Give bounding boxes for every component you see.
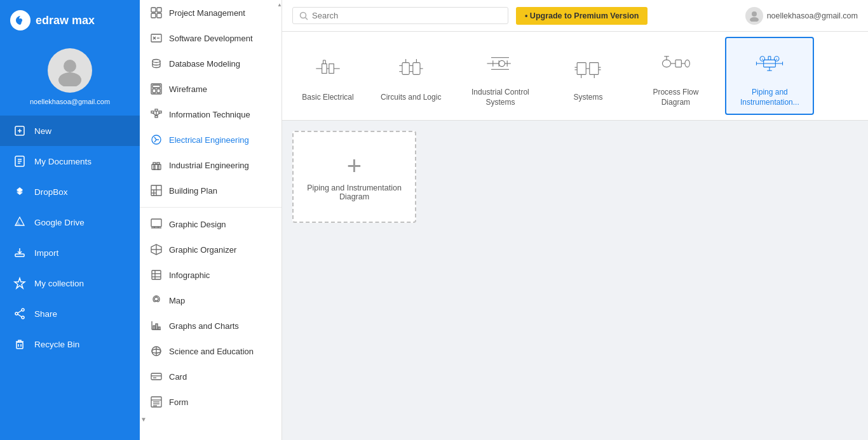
svg-point-20 bbox=[22, 316, 24, 319]
nav-label-my-documents: My Documents bbox=[34, 157, 92, 166]
nav-label-new: New bbox=[34, 126, 51, 136]
svg-rect-74 bbox=[158, 327, 160, 330]
building-plan-icon bbox=[150, 184, 163, 197]
scroll-arrow-down[interactable]: ▼ bbox=[140, 415, 147, 423]
menu-item-graphic-organizer[interactable]: Graphic Organizer bbox=[140, 237, 281, 262]
category-piping-instrumentation[interactable]: Piping and Instrumentation... bbox=[725, 37, 814, 115]
svg-rect-41 bbox=[159, 111, 161, 113]
search-input[interactable] bbox=[312, 11, 501, 20]
logo-icon bbox=[10, 10, 31, 30]
left-sidebar: edraw max noellekhasoa@gmail.com New bbox=[0, 0, 140, 440]
svg-rect-23 bbox=[17, 342, 23, 349]
industrial-engineering-icon bbox=[150, 159, 163, 171]
menu-item-industrial-engineering[interactable]: Industrial Engineering bbox=[140, 152, 281, 178]
svg-rect-73 bbox=[156, 324, 158, 330]
graphic-organizer-icon bbox=[150, 243, 163, 256]
information-technique-icon bbox=[150, 108, 163, 121]
basic-electrical-icon bbox=[309, 50, 347, 88]
middle-panel: ▲ Project Management bbox=[140, 0, 282, 440]
menu-section-2: Graphic Design Graphic Organizer bbox=[140, 211, 281, 415]
svg-rect-116 bbox=[578, 62, 587, 74]
menu-item-software-development[interactable]: Software Development bbox=[140, 25, 281, 51]
menu-section-1: Project Management Software Development bbox=[140, 0, 281, 203]
nav-items: New My Documents DropBox bbox=[0, 116, 140, 359]
svg-point-18 bbox=[22, 309, 24, 311]
user-avatar-small bbox=[745, 7, 763, 25]
diagram-card-label: Piping and Instrumentation Diagram bbox=[301, 183, 407, 201]
category-basic-electrical[interactable]: Basic Electrical bbox=[290, 37, 366, 115]
menu-item-graphic-design[interactable]: Graphic Design bbox=[140, 211, 281, 237]
systems-icon bbox=[569, 50, 607, 88]
svg-point-86 bbox=[301, 12, 306, 18]
svg-rect-15 bbox=[15, 254, 24, 257]
menu-item-card[interactable]: Card bbox=[140, 364, 281, 389]
nav-item-import[interactable]: Import bbox=[0, 237, 140, 268]
category-industrial-control[interactable]: Industrial Control Systems bbox=[456, 37, 545, 115]
category-piping-instrumentation-label: Piping and Instrumentation... bbox=[735, 88, 804, 107]
search-box[interactable] bbox=[292, 7, 508, 24]
menu-item-map[interactable]: Map bbox=[140, 288, 281, 313]
nav-item-share[interactable]: Share bbox=[0, 298, 140, 329]
menu-item-form[interactable]: Form bbox=[140, 389, 281, 415]
svg-rect-91 bbox=[322, 63, 327, 73]
sidebar-user-email: noellekhasoa@gmail.com bbox=[25, 98, 115, 105]
svg-point-88 bbox=[752, 11, 757, 17]
svg-rect-37 bbox=[153, 89, 156, 93]
category-process-flow[interactable]: Process Flow Diagram bbox=[631, 37, 720, 115]
svg-rect-49 bbox=[153, 163, 156, 164]
menu-item-database-modeling[interactable]: Database Modeling bbox=[140, 51, 281, 76]
menu-item-science-education[interactable]: Science and Education bbox=[140, 338, 281, 364]
nav-label-import: Import bbox=[34, 248, 58, 258]
category-systems[interactable]: Systems bbox=[550, 37, 626, 115]
top-bar: Upgrade to Premium Version noellekhasoa@… bbox=[282, 0, 868, 32]
svg-point-0 bbox=[18, 18, 22, 22]
svg-point-19 bbox=[15, 312, 18, 315]
svg-rect-48 bbox=[152, 164, 161, 170]
circuits-logic-icon bbox=[392, 50, 430, 88]
menu-item-electrical-engineering[interactable]: Electrical Engineering bbox=[140, 127, 281, 152]
svg-point-110 bbox=[499, 60, 505, 66]
svg-rect-117 bbox=[590, 62, 599, 74]
upgrade-button[interactable]: Upgrade to Premium Version bbox=[516, 7, 648, 25]
svg-marker-12 bbox=[17, 192, 23, 195]
category-basic-electrical-label: Basic Electrical bbox=[302, 93, 353, 103]
menu-item-building-plan[interactable]: Building Plan bbox=[140, 178, 281, 203]
svg-rect-51 bbox=[154, 166, 155, 170]
nav-item-google-drive[interactable]: Google Drive bbox=[0, 207, 140, 237]
new-diagram-card[interactable]: + Piping and Instrumentation Diagram bbox=[292, 131, 416, 223]
svg-rect-42 bbox=[155, 116, 158, 117]
menu-item-project-management[interactable]: Project Management bbox=[140, 0, 281, 25]
menu-item-wireframe[interactable]: Wireframe bbox=[140, 76, 281, 102]
nav-item-dropbox[interactable]: DropBox bbox=[0, 177, 140, 207]
svg-point-69 bbox=[154, 297, 158, 301]
new-icon bbox=[13, 124, 27, 138]
main-content: Upgrade to Premium Version noellekhasoa@… bbox=[282, 0, 868, 440]
nav-label-my-collection: My collection bbox=[34, 279, 84, 288]
content-area: Basic Electrical bbox=[282, 32, 868, 440]
menu-item-infographic[interactable]: Infographic bbox=[140, 262, 281, 288]
user-area: noellekhasoa@gmail.com bbox=[745, 7, 858, 25]
svg-rect-78 bbox=[151, 373, 161, 380]
svg-rect-30 bbox=[151, 34, 161, 42]
category-circuits-logic[interactable]: Circuits and Logic bbox=[371, 37, 451, 115]
my-documents-icon bbox=[13, 154, 27, 168]
piping-instrumentation-icon bbox=[750, 44, 789, 83]
svg-line-22 bbox=[18, 314, 22, 317]
nav-item-my-documents[interactable]: My Documents bbox=[0, 146, 140, 177]
menu-item-information-technique[interactable]: Information Technique bbox=[140, 102, 281, 127]
svg-line-44 bbox=[156, 113, 160, 116]
menu-item-graphs-charts[interactable]: Graphs and Charts bbox=[140, 313, 281, 338]
industrial-control-icon bbox=[481, 44, 519, 83]
nav-item-recycle-bin[interactable]: Recycle Bin bbox=[0, 329, 140, 359]
category-industrial-control-label: Industrial Control Systems bbox=[465, 88, 535, 107]
search-icon bbox=[299, 11, 308, 20]
scroll-arrow-up[interactable]: ▲ bbox=[278, 0, 281, 9]
svg-point-89 bbox=[750, 17, 759, 22]
svg-rect-29 bbox=[157, 13, 161, 18]
nav-item-my-collection[interactable]: My collection bbox=[0, 268, 140, 298]
nav-label-share: Share bbox=[34, 309, 57, 319]
svg-rect-93 bbox=[329, 63, 334, 73]
nav-item-new[interactable]: New bbox=[0, 116, 140, 146]
form-icon bbox=[150, 396, 163, 408]
svg-rect-99 bbox=[412, 62, 419, 74]
